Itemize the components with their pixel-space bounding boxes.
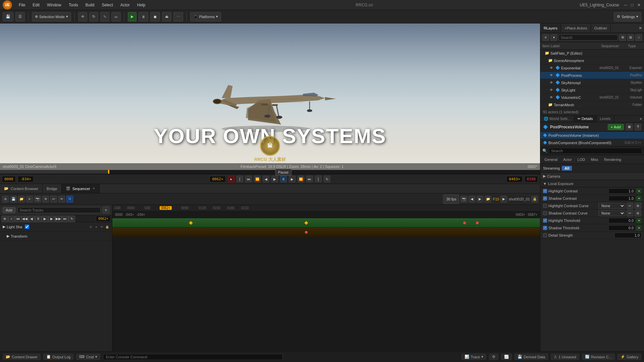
- console-input[interactable]: [103, 354, 283, 360]
- eye-icon-3[interactable]: 👁: [550, 66, 553, 70]
- fps-dropdown[interactable]: 30 fps: [443, 194, 459, 204]
- keyframe-track-main[interactable]: [112, 218, 540, 228]
- skip-end-button[interactable]: ⏭: [306, 176, 313, 182]
- platforms-button[interactable]: 📱 Platforms ▾: [190, 12, 221, 21]
- st-value[interactable]: [608, 225, 635, 231]
- sequencer-close-icon[interactable]: ✕: [92, 186, 95, 191]
- general-tab[interactable]: General: [542, 156, 560, 163]
- edit-cpp-link[interactable]: Edit in C++: [625, 141, 641, 144]
- track-item-light[interactable]: ▶ Light Sha ⊕ ● 👁 🔒: [0, 222, 112, 232]
- hcc-browse-btn[interactable]: ⊞: [635, 202, 641, 209]
- selection-mode-button[interactable]: ⊕ Selection Mode ▾: [32, 12, 71, 21]
- loop-end-button[interactable]: ]: [315, 176, 322, 182]
- tl-folder2-btn[interactable]: 📁: [485, 196, 491, 202]
- tl2-record[interactable]: ●: [8, 216, 15, 222]
- timecode-start[interactable]: 0000: [2, 176, 16, 182]
- track-checkbox[interactable]: [25, 225, 29, 229]
- scc-clear-btn[interactable]: ↩: [627, 210, 633, 217]
- tc-btn4[interactable]: 🔒: [105, 225, 109, 229]
- menu-select[interactable]: Select: [98, 1, 116, 9]
- help-btn[interactable]: ?: [635, 124, 641, 130]
- menu-edit[interactable]: Edit: [29, 1, 43, 9]
- outliner-search-input[interactable]: [558, 35, 618, 41]
- tl-filter-btn[interactable]: ≡: [26, 196, 33, 202]
- tl2-next2[interactable]: ▶▶: [55, 216, 62, 222]
- local-exposure-section[interactable]: ▼ Local Exposure: [540, 180, 644, 187]
- tl-brush-btn[interactable]: ✏: [58, 196, 65, 202]
- settings2-btn[interactable]: ⚙: [489, 354, 498, 360]
- pause-transport-button[interactable]: ⏸: [280, 176, 287, 182]
- tl2-skip-start[interactable]: ⏮: [15, 216, 21, 222]
- tl2-pause[interactable]: ⏸: [35, 216, 42, 222]
- scc-browse-btn[interactable]: ⊞: [635, 210, 641, 217]
- prev-frame-button[interactable]: ◀: [263, 176, 269, 182]
- tl-camera-btn[interactable]: 📷: [34, 196, 41, 202]
- tl-transform-btn[interactable]: ✛: [42, 196, 49, 202]
- outliner-terrainmesh[interactable]: 📁 TerrainMesh Folder: [540, 101, 644, 109]
- right-panel-close[interactable]: ✕: [637, 23, 644, 33]
- fps-status-btn[interactable]: ⚡ Gallery: [618, 354, 641, 360]
- play-button[interactable]: ▶: [128, 12, 137, 21]
- cmd-btn[interactable]: ⌨ Cmd ▾: [76, 354, 100, 360]
- analytics-btn[interactable]: 📈: [501, 354, 512, 360]
- rotate-button[interactable]: ↻: [89, 12, 98, 21]
- pause-button[interactable]: ⏸: [139, 12, 148, 21]
- content-drawer-status-btn[interactable]: 📂 Content Drawer: [3, 354, 41, 360]
- ds-value[interactable]: [614, 233, 641, 238]
- scc-dropdown[interactable]: None: [598, 210, 625, 216]
- tl-cam-icon[interactable]: 📷: [461, 196, 467, 202]
- prev-key-button[interactable]: ⏪: [254, 176, 261, 182]
- hcc-checkbox[interactable]: [543, 204, 547, 208]
- camera-section[interactable]: ▶ Camera: [540, 173, 644, 180]
- tab-bridge[interactable]: Bridge: [43, 184, 62, 193]
- tl-folder-btn[interactable]: 📁: [18, 196, 25, 202]
- timecode-offset[interactable]: -034+: [18, 176, 34, 182]
- sc-checkbox[interactable]: [543, 196, 547, 200]
- track-item-transform[interactable]: ▶ Transform: [0, 232, 112, 241]
- record-button[interactable]: ●: [228, 176, 234, 182]
- hcc-dropdown[interactable]: None: [598, 203, 625, 209]
- derived-data-btn[interactable]: 💾 Derived Data: [515, 354, 548, 360]
- details-close-btn[interactable]: ×: [638, 116, 644, 122]
- tc-btn2[interactable]: ●: [94, 225, 99, 229]
- menu-file[interactable]: File: [15, 1, 29, 9]
- world-settings-tab[interactable]: 🌐 World Setti...: [540, 116, 574, 122]
- tl2-skip-end[interactable]: ⏭: [62, 216, 68, 222]
- outliner-postprocess[interactable]: 👁 🔷 PostProcess PostPro: [540, 72, 644, 79]
- tl-undo-btn[interactable]: ↩: [50, 196, 57, 202]
- outliner-saltflats[interactable]: 📁 SaltFlats_P (Editor): [540, 50, 644, 57]
- tl-prev-btn[interactable]: ◀: [469, 196, 475, 202]
- tab-sequencer[interactable]: 🎬 Sequencer ✕: [62, 184, 100, 193]
- tc-btn3[interactable]: 👁: [99, 225, 104, 229]
- hcc-clear-btn[interactable]: ↩: [627, 202, 633, 209]
- close-button[interactable]: ✕: [637, 3, 641, 7]
- st-checkbox[interactable]: [543, 226, 547, 230]
- scc-checkbox[interactable]: [543, 211, 547, 215]
- maximize-button[interactable]: □: [630, 3, 635, 7]
- tl2-btn1[interactable]: ⊕: [1, 216, 8, 222]
- snap-button[interactable]: ⚏: [111, 12, 121, 21]
- tl-next-btn[interactable]: ▶: [477, 196, 483, 202]
- tl2-prev[interactable]: ◀: [28, 216, 35, 222]
- ht-value[interactable]: [608, 218, 635, 223]
- star-btn[interactable]: ☆: [635, 34, 642, 41]
- outliner-tab[interactable]: Outliner: [591, 23, 611, 33]
- filter-tracks-btn[interactable]: ≡: [103, 207, 109, 214]
- ht-checkbox[interactable]: [543, 219, 547, 223]
- loop-button[interactable]: ↻: [324, 176, 330, 182]
- filter-btn[interactable]: ≡: [542, 34, 549, 41]
- outliner-skylight[interactable]: 👁 🔷 SkyLight SkyLigh: [540, 86, 644, 94]
- tl2-timecode[interactable]: 0062+: [96, 216, 111, 222]
- eye-icon-6[interactable]: 👁: [550, 88, 553, 92]
- tl2-loop[interactable]: ↻: [68, 216, 75, 222]
- timecode-current[interactable]: 0062+: [210, 176, 225, 182]
- transform-button[interactable]: ✛: [78, 12, 87, 21]
- content-drawer-button[interactable]: ☰: [15, 12, 25, 21]
- expand-btn[interactable]: ▾: [550, 34, 557, 41]
- component-brush[interactable]: 🔷 BrushComponent (BrushComponent0) Edit …: [540, 139, 644, 146]
- outliner-exponential[interactable]: 👁 🔷 Exponential shot0020_01 Exponer: [540, 64, 644, 72]
- revision-btn[interactable]: 🔄 Revision C...: [582, 354, 615, 360]
- tl2-next[interactable]: ▶: [48, 216, 55, 222]
- component-ppvolume-instance[interactable]: 🔷 PostProcessVolume (Instance): [540, 132, 644, 139]
- unsaved-btn[interactable]: ⚠ 1 Unsaved: [551, 354, 579, 360]
